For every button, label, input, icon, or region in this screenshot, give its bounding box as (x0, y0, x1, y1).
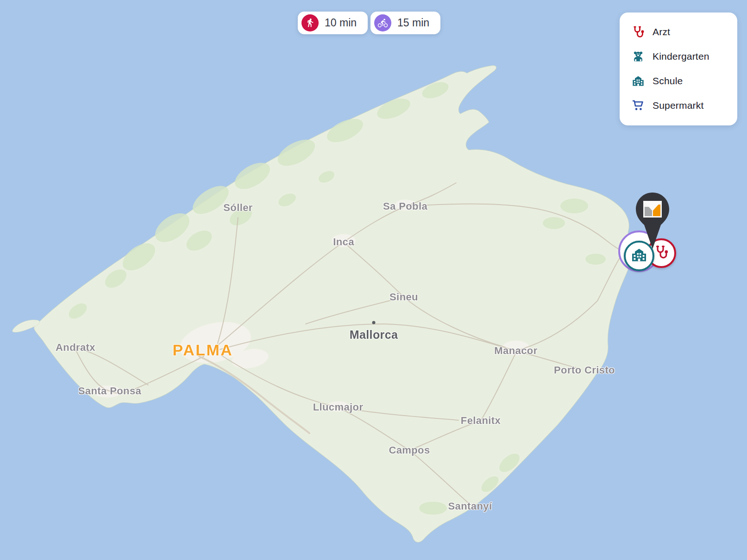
map-label-llucmajor: Llucmajor (313, 401, 364, 413)
stethoscope-icon (632, 25, 645, 38)
map-label-sineu: Sineu (389, 291, 418, 303)
legend-item-kindergarten: Kindergarten (632, 44, 733, 68)
poi-legend-card: Arzt Kindergarten (620, 12, 737, 125)
map-label-manacor: Manacor (494, 345, 537, 357)
legend-item-schule: Schule (632, 68, 733, 93)
map-label-sa-pobla: Sa Pobla (383, 200, 427, 212)
bike-time-label: 15 min (397, 17, 429, 29)
map-label-inca: Inca (333, 236, 354, 248)
map-label-campos: Campos (389, 444, 430, 456)
map-label-soller: Sóller (223, 202, 253, 214)
map-label-andratx: Andratx (56, 342, 95, 354)
bike-time-pill[interactable]: 15 min (370, 12, 440, 34)
map-label-mallorca: Mallorca (350, 328, 398, 342)
map-screen: { "travel_times": { "walk_label": "10 mi… (0, 0, 747, 560)
school-building-icon (632, 75, 645, 87)
legend-label-arzt: Arzt (653, 26, 670, 37)
walk-time-label: 10 min (325, 17, 357, 29)
school-building-icon (631, 247, 647, 265)
legend-label-schule: Schule (653, 75, 683, 87)
teddy-bear-icon (632, 50, 645, 63)
map-label-palma: PALMA (173, 341, 233, 359)
legend-label-kindergarten: Kindergarten (653, 51, 709, 62)
map-label-santanyi: Santanyí (448, 500, 492, 512)
legend-label-supermarkt: Supermarkt (653, 100, 704, 111)
map-label-santa-ponsa: Santa Ponsa (78, 385, 141, 397)
legend-item-supermarkt: Supermarkt (632, 93, 733, 118)
travel-time-pills: 10 min 15 min (298, 12, 440, 34)
walking-icon (301, 14, 319, 31)
region-marker-dot (372, 321, 376, 324)
map-label-felanitx: Felanitx (461, 415, 501, 427)
walk-time-pill[interactable]: 10 min (298, 12, 368, 34)
bicycle-icon (374, 14, 391, 31)
schule-marker[interactable] (624, 241, 654, 271)
legend-item-arzt: Arzt (632, 19, 733, 44)
envelope-logo-icon (643, 201, 662, 218)
shopping-cart-icon (632, 99, 645, 112)
map-label-porto-cristo: Porto Cristo (554, 364, 615, 376)
